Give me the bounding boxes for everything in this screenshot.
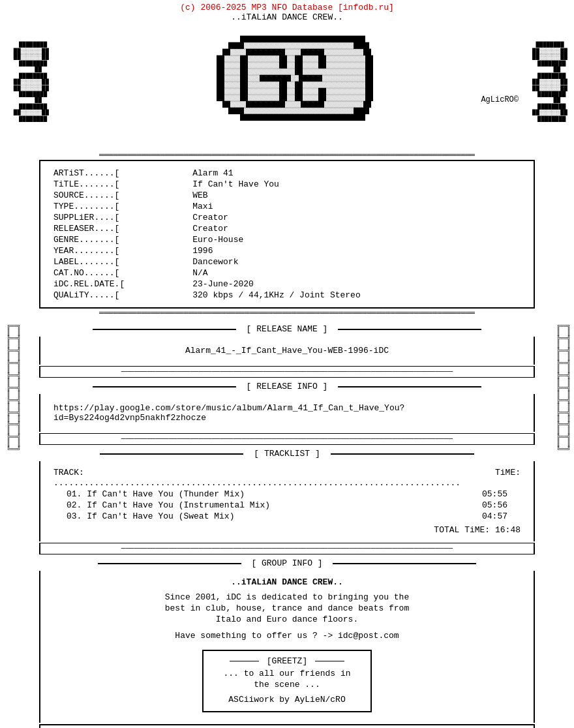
info-row-catno: CAT.NO......[ N/A xyxy=(53,267,521,279)
track-3-full: 03. If Can't Have You (Sweat Mix) xyxy=(67,511,234,521)
dots-separator: ........................................… xyxy=(53,478,521,488)
track-2-time: 05:56 xyxy=(482,500,507,510)
left-side-deco: ╔══╗ ║ ║ ╠══╣ ║ ║ ╠══╣ ║ ║ ╠══╣ ║ ║ ╠══╣… xyxy=(3,318,21,453)
catno-label: CAT.NO......[ xyxy=(53,267,192,279)
group-desc-3: Italo and Euro dance floors. xyxy=(53,614,521,624)
track-2-full: 02. If Can't Have You (Instrumental Mix) xyxy=(67,500,270,510)
info-row-artist: ARTiST......[ Alarm 41 xyxy=(53,168,521,179)
group-desc-2: best in club, house, trance and dance be… xyxy=(53,603,521,613)
release-name-value: Alarm_41_-_If_Cant_Have_You-WEB-1996-iDC xyxy=(185,346,389,356)
info-row-supplier: SUPPLiER....[ Creator xyxy=(53,212,521,223)
subtitle-text: ..iTALiAN DANCE CREW.. xyxy=(0,12,574,22)
releaser-label: RELEASER....[ xyxy=(53,223,192,234)
title-label: TiTLE.......[ xyxy=(53,179,192,190)
tracklist-header-bar: [ TRACKLIST ] xyxy=(0,449,574,459)
greetz-title-text: [GREETZ] xyxy=(264,656,310,666)
catno-value: N/A xyxy=(192,267,521,279)
tracklist-box: TRACK: TiME: ...........................… xyxy=(39,461,535,541)
release-name-header-bar: [ RELEASE NAME ] xyxy=(0,324,574,334)
reldate-label: iDC.REL.DATE.[ xyxy=(53,279,192,290)
year-label: YEAR........[ xyxy=(53,245,192,256)
release-name-box: Alarm_41_-_If_Cant_Have_You-WEB-1996-iDC xyxy=(39,337,535,365)
greetz-title-bar: [GREETZ] xyxy=(214,656,360,666)
track-1-full: 01. If Can't Have You (Thunder Mix) xyxy=(67,489,245,499)
info-box: ARTiST......[ Alarm 41 TiTLE.......[ If … xyxy=(39,160,535,309)
artist-value: Alarm 41 xyxy=(192,168,521,179)
release-name-section: [ RELEASE NAME ] Alarm_41_-_If_Cant_Have… xyxy=(0,318,574,366)
group-info-box: ..iTALiAN DANCE CREW.. Since 2001, iDC i… xyxy=(39,571,535,723)
idc-logo: ████████████████████████████████ ████░░░… xyxy=(201,30,373,121)
greetz-line-1: ... to all our friends in xyxy=(214,669,360,678)
group-info-header-bar: [ GROUP INFO ] xyxy=(0,558,574,568)
title-value: If Can't Have You xyxy=(192,179,521,190)
group-desc-1: Since 2001, iDC is dedicated to bringing… xyxy=(53,592,521,602)
greetz-box: [GREETZ] ... to all our friends in the s… xyxy=(202,650,372,712)
aglicrO-label: AgLicRO© xyxy=(481,95,519,104)
greetz-line-2: the scene ... xyxy=(214,680,360,690)
info-row-quality: QUALiTY.....[ 320 kbps / 44,1KHz / Joint… xyxy=(53,290,521,301)
type-label: TYPE........[ xyxy=(53,201,192,212)
greetz-line-3: ASCiiwork by AyLieN/cRO xyxy=(214,695,360,705)
wave-sep-1: ────────────────────────────────────────… xyxy=(39,366,535,378)
info-row-type: TYPE........[ Maxi xyxy=(53,201,521,212)
info-row-releaser: RELEASER....[ Creator xyxy=(53,223,521,234)
right-decoration: ████████ ██░░░░░░██ ██░░░░░░██ ████████ … xyxy=(532,37,567,123)
release-info-header-text: [ RELEASE INFO ] xyxy=(241,382,333,391)
releaser-value: Creator xyxy=(192,223,521,234)
bottom-wave-info: ════════════════════════════════════════… xyxy=(39,309,535,318)
tracklist-section: [ TRACKLIST ] TRACK: TiME: .............… xyxy=(0,445,574,543)
release-info-header-bar: [ RELEASE INFO ] xyxy=(0,382,574,391)
ascii-logo-area: ████████ ██░░░░░░██ ██░░░░░░██ ████████ … xyxy=(0,23,574,151)
info-row-source: SOURCE......[ WEB xyxy=(53,190,521,201)
wave-sep-2: ────────────────────────────────────────… xyxy=(39,433,535,445)
info-row-label: LABEL.......[ Dancework xyxy=(53,256,521,267)
artist-label: ARTiST......[ xyxy=(53,168,192,179)
total-time-label: TOTAL TiME: xyxy=(434,525,490,535)
right-side-deco: ╔══╗ ║ ║ ╠══╣ ║ ║ ╠══╣ ║ ║ ╠══╣ ║ ║ ╠══╣… xyxy=(556,318,571,453)
table-row: 01. If Can't Have You (Thunder Mix) 05:5… xyxy=(67,489,507,499)
quality-value: 320 kbps / 44,1KHz / Joint Stereo xyxy=(192,290,521,301)
group-info-section: [ GROUP INFO ] ..iTALiAN DANCE CREW.. Si… xyxy=(0,554,574,724)
quality-label: QUALiTY.....[ xyxy=(53,290,192,301)
group-name: ..iTALiAN DANCE CREW.. xyxy=(53,577,521,587)
left-decoration: ████████ ██░░░░░░██ ██░░░░░░██ ████████ … xyxy=(7,37,49,123)
copyright-text: (c) 2006-2025 MP3 NFO Database [infodb.r… xyxy=(0,3,574,12)
table-row: 03. If Can't Have You (Sweat Mix) 04:57 xyxy=(67,511,507,521)
table-row: 02. If Can't Have You (Instrumental Mix)… xyxy=(67,500,507,510)
group-info-header-text: [ GROUP INFO ] xyxy=(246,558,327,568)
type-value: Maxi xyxy=(192,201,521,212)
info-row-genre: GENRE.......[ Euro-House xyxy=(53,234,521,245)
page-header: (c) 2006-2025 MP3 NFO Database [infodb.r… xyxy=(0,0,574,23)
label-value: Dancework xyxy=(192,256,521,267)
label-label: LABEL.......[ xyxy=(53,256,192,267)
info-row-year: YEAR........[ 1996 xyxy=(53,245,521,256)
info-row-title: TiTLE.......[ If Can't Have You xyxy=(53,179,521,190)
sections-outer: ╔══╗ ║ ║ ╠══╣ ║ ║ ╠══╣ ║ ║ ╠══╣ ║ ║ ╠══╣… xyxy=(0,318,574,728)
release-info-section: [ RELEASE INFO ] https://play.google.com… xyxy=(0,378,574,433)
total-time-value: 16:48 xyxy=(495,525,521,535)
year-value: 1996 xyxy=(192,245,521,256)
genre-label: GENRE.......[ xyxy=(53,234,192,245)
supplier-label: SUPPLiER....[ xyxy=(53,212,192,223)
page-wrapper: (c) 2006-2025 MP3 NFO Database [infodb.r… xyxy=(0,0,574,728)
release-info-url: https://play.google.com/store/music/albu… xyxy=(53,403,521,423)
tracklist-header-text: [ TRACKLIST ] xyxy=(249,449,325,459)
source-label: SOURCE......[ xyxy=(53,190,192,201)
wave-sep-3: ────────────────────────────────────────… xyxy=(39,543,535,554)
tracklist-col-header: TRACK: TiME: xyxy=(53,468,521,478)
track-list: 01. If Can't Have You (Thunder Mix) 05:5… xyxy=(53,489,521,521)
source-value: WEB xyxy=(192,190,521,201)
track-1-time: 05:55 xyxy=(482,489,507,499)
top-wave: ════════════════════════════════════════… xyxy=(39,151,535,160)
track-col-label: TRACK: xyxy=(53,468,84,478)
release-info-box: https://play.google.com/store/music/albu… xyxy=(39,394,535,432)
genre-value: Euro-House xyxy=(192,234,521,245)
reldate-value: 23-June-2020 xyxy=(192,279,521,290)
track-3-time: 04:57 xyxy=(482,511,507,521)
group-contact: Have something to offer us ? -> idc@post… xyxy=(53,631,521,641)
total-time-row: TOTAL TiME: 16:48 xyxy=(53,525,521,535)
info-row-reldate: iDC.REL.DATE.[ 23-June-2020 xyxy=(53,279,521,290)
release-name-header-text: [ RELEASE NAME ] xyxy=(241,324,333,334)
supplier-value: Creator xyxy=(192,212,521,223)
info-table: ARTiST......[ Alarm 41 TiTLE.......[ If … xyxy=(53,168,521,301)
